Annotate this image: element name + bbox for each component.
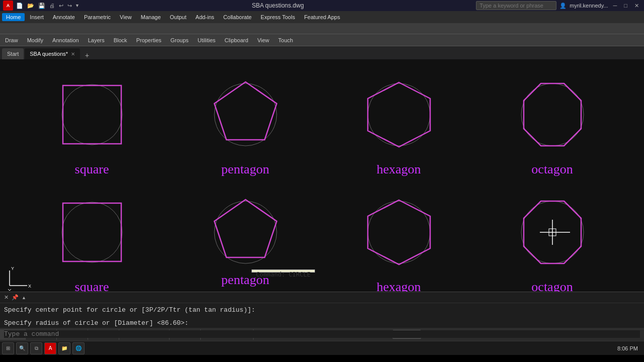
ribbon-item-annotation[interactable]: Annotation [50,36,81,44]
dropdown-icon[interactable]: ▼ [75,3,79,8]
svg-point-2 [214,83,277,146]
svg-text:Y: Y [11,266,14,271]
minimize-button[interactable]: ─ [611,3,619,9]
cmd-output-line2: Specify radius of circle or [Diameter] <… [0,316,644,329]
autocad-taskbar[interactable]: A [44,342,56,354]
shape-cell-octagon-2: octagon [475,182,629,292]
cmd-output-line1: Specify center point for circle or [3P/2… [0,303,644,316]
hexagon-shape-1 [359,74,439,155]
tab-sba-questions-[interactable]: SBA questions*✕ [25,48,80,59]
maximize-button[interactable]: □ [622,3,629,9]
ribbon-menu-row [0,23,644,34]
shape-cell-pentagon-1: pentagon [169,64,322,182]
ribbon-item-layers[interactable]: Layers [86,36,107,44]
shape-cell-square-1: square [15,64,169,182]
clock: 8:06 PM [617,345,642,351]
tab-start[interactable]: Start [2,48,24,59]
square-label-2: square [75,280,109,292]
ucs-icon: Y X [7,265,32,291]
drawing-area[interactable]: square pentagon hexagon octagon [0,59,644,292]
search-input[interactable] [476,1,556,10]
svg-point-8 [62,202,122,262]
square-shape-2 [52,192,132,273]
open-icon[interactable]: 📂 [26,3,35,9]
start-button[interactable]: ⊞ [2,342,14,354]
ribbon-item-properties[interactable]: Properties [134,36,164,44]
svg-point-10 [214,201,277,263]
shape-cell-hexagon-2: hexagon [322,182,475,292]
ribbon-item-block[interactable]: Block [112,36,129,44]
browser-taskbar[interactable]: 🌐 [72,342,85,354]
tab-bar: StartSBA questions*✕+ [0,46,644,59]
menu-item-home[interactable]: Home [2,13,25,21]
command-tooltip: Command: CIRCLE [252,269,315,273]
square-shape-1 [52,74,132,155]
redo-icon[interactable]: ↪ [66,3,73,9]
cmd-input-row[interactable] [0,329,644,339]
svg-point-6 [521,83,584,146]
taskview-button[interactable]: ⧉ [30,342,42,354]
svg-point-0 [62,84,122,145]
cmd-input[interactable] [4,330,640,338]
menu-item-output[interactable]: Output [166,13,191,21]
menu-item-express-tools[interactable]: Express Tools [257,13,299,21]
add-tab-button[interactable]: + [81,51,93,59]
menu-item-manage[interactable]: Manage [137,13,165,21]
title-bar-left: A 📄 📂 💾 🖨 ↩ ↪ ▼ [3,1,79,11]
svg-rect-9 [63,203,121,261]
octagon-shape-2-with-cursor [512,192,593,273]
search-taskbar-button[interactable]: 🔍 [16,342,28,354]
print-icon[interactable]: 🖨 [48,3,56,9]
menu-item-collaborate[interactable]: Collaborate [219,13,256,21]
octagon-label-1: octagon [531,162,573,177]
svg-text:X: X [28,284,31,289]
shape-cell-pentagon-2: pentagon Command: CIRCLE [169,182,322,292]
ribbon-item-draw[interactable]: Draw [3,36,20,44]
shape-cell-octagon-1: octagon [475,64,629,182]
svg-marker-7 [524,83,581,146]
pentagon-label-1: pentagon [221,162,269,177]
hexagon-label-1: hexagon [376,162,421,177]
pentagon-shape-1 [205,74,286,155]
menu-item-view[interactable]: View [116,13,136,21]
hexagon-label-2: hexagon [376,280,421,292]
window-title: SBA questions.dwg [79,2,476,9]
menu-item-add-ins[interactable]: Add-ins [192,13,218,21]
svg-rect-1 [63,85,121,144]
undo-icon[interactable]: ↩ [58,3,64,9]
svg-point-4 [368,83,430,146]
cmd-expand-icon[interactable]: ▲ [22,295,26,300]
new-icon[interactable]: 📄 [15,3,24,9]
ribbon-item-utilities[interactable]: Utilities [196,36,217,44]
ribbon-item-modify[interactable]: Modify [25,36,45,44]
svg-marker-11 [214,200,277,257]
close-button[interactable]: ✕ [632,3,641,9]
menu-item-insert[interactable]: Insert [26,13,48,21]
ribbon-item-touch[interactable]: Touch [276,36,295,44]
autocad-logo: A [3,1,13,11]
octagon-label-2: octagon [531,280,573,292]
username: myril.kennedy... [570,3,608,9]
shape-grid: square pentagon hexagon octagon [0,59,644,292]
cmd-close-icon[interactable]: ✕ [4,294,9,301]
save-icon[interactable]: 💾 [37,3,46,9]
menu-item-featured-apps[interactable]: Featured Apps [300,13,344,21]
folder-taskbar[interactable]: 📁 [58,342,70,354]
title-bar: A 📄 📂 💾 🖨 ↩ ↪ ▼ SBA questions.dwg 👤 myri… [0,0,644,11]
hexagon-shape-2 [359,192,439,273]
taskbar: ⊞ 🔍 ⧉ A 📁 🌐 8:06 PM [0,341,644,355]
shape-cell-hexagon-1: hexagon [322,64,475,182]
menu-item-annotate[interactable]: Annotate [49,13,79,21]
menu-item-parametric[interactable]: Parametric [80,13,115,21]
ribbon-item-clipboard[interactable]: Clipboard [222,36,250,44]
shape-cell-square-2: square [15,182,169,292]
square-label-1: square [75,162,109,177]
cmd-pin-icon[interactable]: 📌 [12,294,19,301]
svg-point-12 [368,201,430,263]
ribbon: DrawModifyAnnotationLayersBlockPropertie… [0,34,644,46]
ribbon-item-view[interactable]: View [255,36,271,44]
ribbon-item-groups[interactable]: Groups [169,36,191,44]
user-icon: 👤 [559,3,567,9]
tab-close-icon[interactable]: ✕ [71,51,75,57]
command-line: ✕ 📌 ▲ Specify center point for circle or… [0,292,644,328]
